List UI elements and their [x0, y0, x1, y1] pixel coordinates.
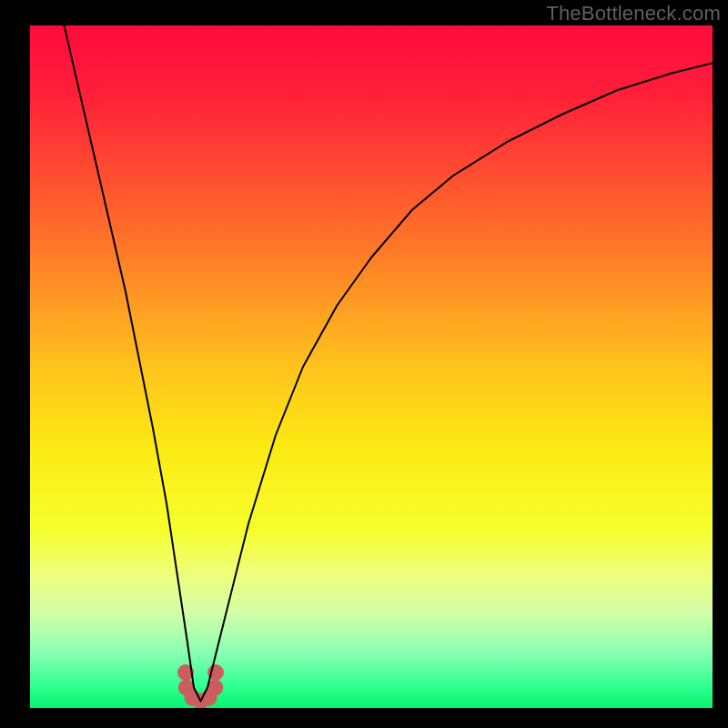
plot-svg — [30, 25, 713, 708]
gradient-background — [30, 25, 713, 708]
plot-area — [30, 25, 713, 708]
watermark-text: TheBottleneck.com — [546, 2, 721, 25]
chart-frame: TheBottleneck.com — [0, 0, 728, 728]
